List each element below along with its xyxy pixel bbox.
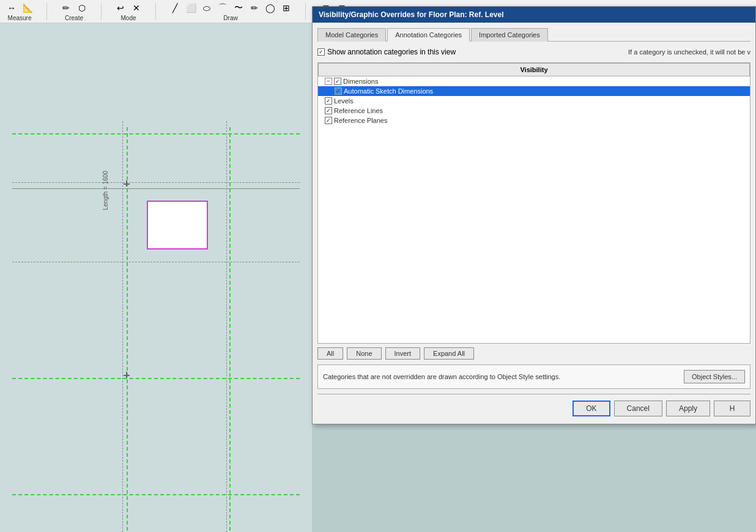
label-dimensions: Dimensions	[343, 78, 747, 85]
expand-all-button[interactable]: Expand All	[424, 347, 474, 360]
footer-separator	[317, 394, 750, 394]
table-row-levels[interactable]: Levels	[318, 96, 750, 106]
draw-pen-icon[interactable]: ✏	[248, 1, 261, 15]
green-h-line-1	[12, 133, 300, 135]
toolbar-sep-3	[155, 3, 156, 20]
label-levels: Levels	[334, 97, 747, 105]
draw-ellipse-icon[interactable]: ⬭	[200, 1, 213, 15]
toolbar-group-draw: ╱ ⬜ ⬭ ⌒ 〜 ✏ ◯ ⊞ Draw	[168, 1, 293, 21]
label-ref-lines: Reference Lines	[334, 107, 747, 114]
toolbar-group-create: ✏ ⬡ Create	[59, 1, 89, 21]
checkbox-ref-lines[interactable]	[325, 107, 332, 114]
all-button[interactable]: All	[317, 347, 343, 360]
length-label: Length = 1600	[102, 171, 109, 210]
toolbar-draw-label: Draw	[223, 15, 237, 21]
green-v-line-1	[127, 127, 128, 532]
label-auto-sketch-dim: Automatic Sketch Dimensions	[344, 87, 747, 95]
show-annotation-group: Show annotation categories in this view	[317, 48, 456, 56]
object-styles-button[interactable]: Object Styles...	[684, 370, 745, 383]
draw-wave-icon[interactable]: 〜	[232, 1, 245, 15]
tab-model-categories[interactable]: Model Categories	[317, 28, 386, 42]
checkbox-dimensions[interactable]	[334, 78, 341, 85]
toolbar-sep-2	[101, 3, 102, 20]
measure-icon[interactable]: ↔	[5, 1, 18, 15]
draw-rect-icon[interactable]: ⬜	[184, 1, 198, 15]
apply-button[interactable]: Apply	[666, 401, 710, 416]
draw-circle-icon[interactable]: ◯	[264, 1, 277, 15]
green-h-line-3	[12, 494, 300, 495]
dialog-visibility-graphic: Visibility/Graphic Overrides for Floor P…	[312, 6, 756, 424]
tab-imported-categories[interactable]: Imported Categories	[471, 28, 548, 42]
solid-line-h	[12, 188, 300, 189]
table-row-ref-planes[interactable]: Reference Planes	[318, 116, 750, 125]
green-v-line-2	[229, 127, 231, 532]
table-row-dimensions[interactable]: − Dimensions	[318, 76, 750, 86]
dialog-content: Model Categories Annotation Categories I…	[313, 23, 755, 424]
checkbox-levels[interactable]	[325, 97, 332, 105]
show-annotation-label: Show annotation categories in this view	[327, 48, 456, 56]
table-row-ref-lines[interactable]: Reference Lines	[318, 106, 750, 116]
crosshair-v-2	[126, 372, 127, 378]
tabs-container: Model Categories Annotation Categories I…	[317, 28, 750, 42]
create-icon[interactable]: ✏	[59, 1, 73, 15]
draw-grid-icon[interactable]: ⊞	[280, 1, 293, 15]
toolbar-group-mode: ↩ ✕ Mode	[114, 1, 143, 21]
dialog-title: Visibility/Graphic Overrides for Floor P…	[319, 10, 504, 19]
show-annotation-checkbox[interactable]	[317, 48, 325, 56]
toolbar-mode-label: Mode	[120, 15, 136, 21]
label-ref-planes: Reference Planes	[334, 117, 747, 124]
dashed-line-v2	[226, 121, 227, 532]
help-button[interactable]: H	[714, 401, 750, 416]
measure2-icon[interactable]: 📐	[21, 1, 34, 15]
draw-line-icon[interactable]: ╱	[168, 1, 182, 15]
tab-annotation-categories[interactable]: Annotation Categories	[387, 28, 470, 42]
drawing-canvas: Length = 1600	[0, 23, 312, 532]
dashed-line-v1	[122, 121, 123, 532]
green-h-line-2	[12, 378, 300, 379]
toolbar-measure-label: Measure	[8, 15, 32, 21]
invert-button[interactable]: Invert	[385, 347, 421, 360]
ok-button[interactable]: OK	[573, 401, 610, 416]
none-button[interactable]: None	[347, 347, 381, 360]
action-buttons-group: All None Invert Expand All	[317, 347, 750, 360]
cancel-icon[interactable]: ✕	[130, 1, 143, 15]
checkbox-ref-planes[interactable]	[325, 117, 332, 124]
crosshair-v-1	[126, 180, 127, 187]
object-style-info-text: Categories that are not overridden are d…	[323, 373, 679, 380]
draw-arc-icon[interactable]: ⌒	[216, 1, 229, 15]
dashed-line-h2	[12, 262, 300, 262]
undo-icon[interactable]: ↩	[114, 1, 127, 15]
dialog-titlebar: Visibility/Graphic Overrides for Floor P…	[313, 7, 755, 23]
checkbox-auto-sketch[interactable]	[335, 87, 342, 95]
info-bar: Show annotation categories in this view …	[317, 46, 750, 57]
cancel-button[interactable]: Cancel	[614, 401, 662, 416]
visibility-table-container: Visibility − Dimensions Automatic Sketch…	[317, 62, 750, 344]
info-text: If a category is unchecked, it will not …	[628, 48, 750, 56]
toolbar-create-label: Create	[65, 15, 83, 21]
table-row-auto-sketch-dim[interactable]: Automatic Sketch Dimensions	[318, 86, 750, 96]
toolbar-group-measure: ↔ 📐 Measure	[5, 1, 34, 21]
toggle-dimensions[interactable]: −	[325, 78, 332, 85]
dialog-footer: OK Cancel Apply H	[317, 398, 750, 419]
table-header-visibility: Visibility	[318, 63, 750, 76]
dashed-line-h1	[12, 182, 300, 183]
drawing-rectangle	[147, 201, 208, 249]
toolbar-sep-4	[305, 3, 306, 20]
toolbar-sep-1	[46, 3, 47, 20]
bottom-info-panel: Categories that are not overridden are d…	[317, 364, 750, 389]
create2-icon[interactable]: ⬡	[75, 1, 89, 15]
